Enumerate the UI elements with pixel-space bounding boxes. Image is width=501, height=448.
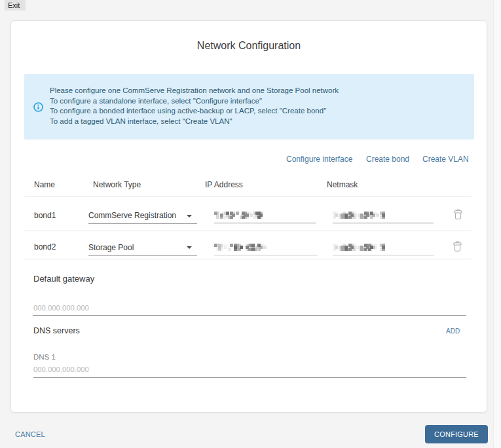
svg-text:255.255.240.0: 255.255.240.0 [334, 211, 384, 220]
svg-text:192.168.30.40: 192.168.30.40 [215, 243, 265, 252]
svg-text:172.24.30.23: 172.24.30.23 [215, 211, 263, 220]
svg-text:255.255.236.0: 255.255.236.0 [334, 243, 384, 252]
